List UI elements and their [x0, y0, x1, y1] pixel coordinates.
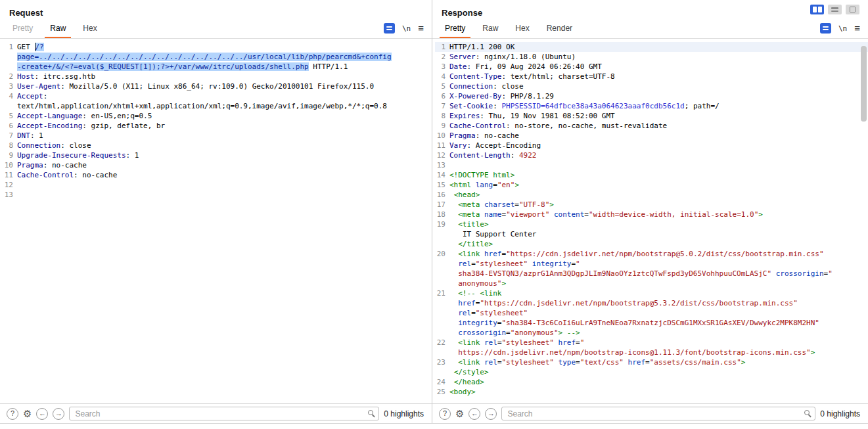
code-line[interactable]: 3User-Agent: Mozilla/5.0 (X11; Linux x86… [3, 81, 432, 91]
vertical-scrollbar[interactable] [861, 46, 867, 122]
code-line[interactable]: 23 <link rel="stylesheet" type="text/css… [435, 357, 868, 377]
code-line[interactable]: 10Pragma: no-cache [435, 131, 868, 141]
code-token [449, 200, 458, 209]
code-line[interactable]: 11Vary: Accept-Encoding [435, 141, 868, 150]
code-line[interactable]: 11Cache-Control: no-cache [3, 170, 432, 180]
gear-icon[interactable]: ⚙ [455, 409, 464, 419]
editor-menu-icon[interactable]: ≡ [418, 24, 424, 33]
gear-icon[interactable]: ⚙ [23, 409, 32, 419]
tab-request-raw[interactable]: Raw [41, 20, 74, 38]
code-text: <meta name="viewport" content="width=dev… [448, 210, 868, 219]
code-line[interactable]: 5Connection: close [435, 81, 868, 91]
code-line[interactable]: 12 [3, 180, 432, 190]
code-token: Host [17, 72, 35, 81]
tab-request-pretty[interactable]: Pretty [4, 20, 41, 38]
code-token: <!-- [458, 289, 476, 298]
code-text: Accept-Encoding: gzip, deflate, br [16, 121, 394, 131]
line-number: 13 [3, 190, 16, 200]
tab-response-hex[interactable]: Hex [507, 20, 537, 38]
code-line[interactable]: 16 <head> [435, 190, 868, 200]
code-text: <title> IT Support Center </title> [448, 219, 868, 249]
code-line[interactable]: 9Cache-Control: no-store, no-cache, must… [435, 121, 868, 131]
code-token: --> [567, 328, 580, 337]
code-line[interactable]: 7DNT: 1 [3, 131, 432, 141]
code-line[interactable]: 25<body> [435, 387, 868, 397]
search-input[interactable] [69, 407, 379, 420]
code-token: 4922 [519, 151, 537, 160]
code-token: : 1 [30, 131, 43, 140]
code-line[interactable]: 18 <meta name="viewport" content="width=… [435, 210, 868, 219]
code-token [449, 358, 458, 367]
code-token: : Mozilla/5.0 (X11; Linux x86_64; rv:109… [60, 82, 374, 91]
code-token [449, 299, 458, 307]
code-token: Set-Cookie [449, 102, 493, 110]
code-text: Cache-Control: no-cache [16, 170, 394, 180]
editor-menu-icon[interactable]: ≡ [854, 24, 860, 33]
code-line[interactable]: 10Pragma: no-cache [3, 160, 432, 170]
layout-rows-button[interactable] [828, 5, 842, 14]
code-line[interactable]: 12Content-Length: 4922 [435, 150, 868, 160]
wrap-toggle-icon[interactable] [820, 23, 831, 34]
code-token: : [511, 151, 519, 160]
code-line[interactable]: 13 [435, 160, 868, 170]
layout-switcher [810, 5, 859, 14]
code-line[interactable]: 3Date: Fri, 09 Aug 2024 06:26:40 GMT [435, 62, 868, 72]
code-token: https://cdn.jsdelivr.net/npm/bootstrap-i… [458, 348, 810, 357]
code-line[interactable]: 8Expires: Thu, 19 Nov 1981 08:52:00 GMT [435, 111, 868, 121]
layout-columns-button[interactable] [810, 5, 824, 14]
tab-response-raw[interactable]: Raw [474, 20, 507, 38]
code-token: " [828, 269, 833, 278]
code-line[interactable]: 5Accept-Language: en-US,en;q=0.5 [3, 111, 432, 121]
code-line[interactable]: 13 [3, 190, 432, 200]
code-token [449, 260, 458, 268]
code-line[interactable]: 8Connection: close [3, 141, 432, 150]
code-line[interactable]: 24 </head> [435, 377, 868, 387]
code-line[interactable]: 14<!DOCTYPE html> [435, 170, 868, 180]
help-icon[interactable]: ? [7, 408, 18, 420]
code-token: = [497, 358, 502, 367]
code-token: "anonymous" [511, 328, 559, 337]
code-line[interactable]: 7Set-Cookie: PHPSESSID=64dfbce38a43a0646… [435, 101, 868, 111]
code-line[interactable]: 17 <meta charset="UTF-8"> [435, 200, 868, 210]
code-line[interactable]: 6X-Powered-By: PHP/8.1.29 [435, 91, 868, 101]
code-token: : Accept-Encoding [467, 141, 541, 150]
next-match-button[interactable]: → [485, 408, 497, 420]
tab-request-hex[interactable]: Hex [74, 20, 105, 38]
code-line[interactable]: 2Host: itrc.ssg.htb [3, 72, 432, 81]
code-line[interactable]: 4Content-Type: text/html; charset=UTF-8 [435, 72, 868, 81]
line-number: 21 [435, 288, 448, 338]
code-line[interactable]: 20 <link href="https://cdn.jsdelivr.net/… [435, 249, 868, 288]
code-line[interactable]: 1GET /?page=../../../../../../../../../.… [3, 42, 432, 72]
response-editor[interactable]: 1HTTP/1.1 200 OK2Server: nginx/1.18.0 (U… [432, 39, 868, 403]
code-text: Accept-Language: en-US,en;q=0.5 [16, 111, 394, 121]
code-token: "width=device-width, initial-scale=1.0" [589, 210, 758, 219]
next-match-button[interactable]: → [53, 408, 64, 420]
code-line[interactable]: 6Accept-Encoding: gzip, deflate, br [3, 121, 432, 131]
prev-match-button[interactable]: ← [36, 408, 48, 420]
layout-single-button[interactable] [846, 5, 859, 14]
code-token: : close [493, 82, 523, 91]
code-token [449, 348, 458, 357]
code-line[interactable]: 9Upgrade-Insecure-Requests: 1 [3, 150, 432, 160]
line-number: 20 [435, 249, 448, 288]
newline-toggle-button[interactable]: \n [402, 24, 411, 33]
prev-match-button[interactable]: ← [468, 408, 480, 420]
request-editor[interactable]: 1GET /?page=../../../../../../../../../.… [0, 39, 432, 403]
code-token: href [624, 358, 645, 367]
code-line[interactable]: 22 <link rel="stylesheet" href=" https:/… [435, 338, 868, 357]
line-number: 5 [3, 111, 16, 121]
code-line[interactable]: 21 <!-- <link href="https://cdn.jsdelivr… [435, 288, 868, 338]
code-line[interactable]: 1HTTP/1.1 200 OK [435, 42, 868, 52]
code-line[interactable]: 4Accept: text/html,application/xhtml+xml… [3, 91, 432, 111]
tab-response-render[interactable]: Render [538, 20, 581, 38]
help-icon[interactable]: ? [439, 408, 451, 420]
code-line[interactable]: 2Server: nginx/1.18.0 (Ubuntu) [435, 52, 868, 62]
code-line[interactable]: 15<html lang="en"> [435, 180, 868, 190]
wrap-toggle-icon[interactable] [384, 23, 395, 34]
search-input[interactable] [501, 407, 815, 420]
line-number: 7 [3, 131, 16, 141]
tab-response-pretty[interactable]: Pretty [436, 20, 474, 38]
newline-toggle-button[interactable]: \n [838, 24, 847, 33]
code-line[interactable]: 19 <title> IT Support Center </title> [435, 219, 868, 249]
code-token: : [493, 102, 501, 110]
